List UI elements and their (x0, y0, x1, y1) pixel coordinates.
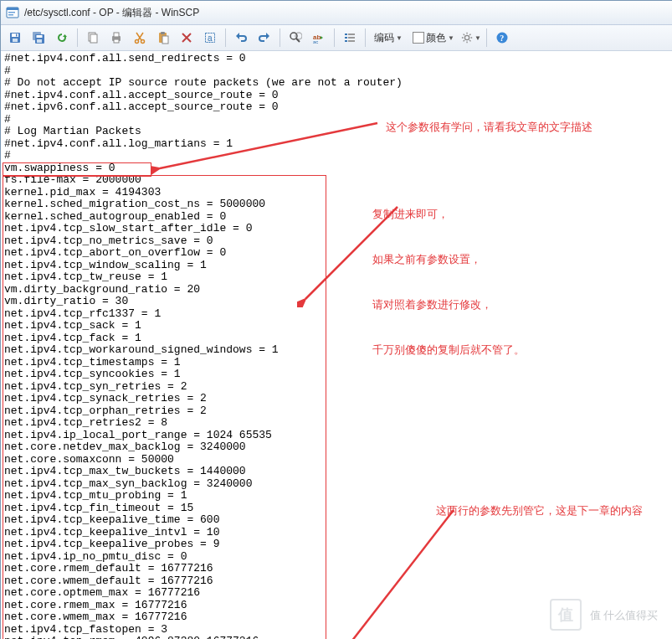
editor-line[interactable]: net.ipv4.ip_no_pmtu_disc = 0 (4, 551, 669, 564)
watermark-icon: 值 (550, 599, 582, 631)
undo-button[interactable] (230, 27, 252, 49)
save-button[interactable] (4, 27, 26, 49)
editor-line[interactable]: net.ipv4.tcp_mtu_probing = 1 (4, 490, 669, 502)
annotation-2-line: 千万别傻傻的复制后就不管了。 (372, 343, 525, 358)
chevron-down-icon: ▼ (396, 34, 403, 42)
editor-line[interactable]: net.ipv4.tcp_workaround_signed_windows =… (4, 344, 669, 357)
annotation-2: 复制进来即可， 如果之前有参数设置， 请对照着参数进行修改， 千万别傻傻的复制后… (372, 177, 525, 388)
editor-line[interactable]: net.ipv4.tcp_keepalive_probes = 9 (4, 539, 669, 551)
editor-line[interactable]: kernel.pid_max = 4194303 (4, 187, 669, 199)
encoding-label: 编码 (374, 31, 394, 45)
select-all-button[interactable]: a (199, 27, 221, 49)
editor-line[interactable]: net.ipv4.tcp_syncookies = 1 (4, 368, 669, 381)
editor-line[interactable]: #net.ipv4.conf.all.accept_source_route =… (4, 90, 669, 102)
editor-line[interactable]: net.ipv4.tcp_keepalive_intvl = 10 (4, 527, 669, 539)
svg-rect-32 (348, 37, 355, 39)
color-menu[interactable]: 颜色▼ (408, 27, 459, 49)
svg-point-25 (295, 33, 302, 39)
editor-line[interactable]: kernel.sched_migration_cost_ns = 5000000 (4, 198, 669, 211)
editor-content[interactable]: #net.ipv4.conf.all.send_redirects = 0## … (4, 53, 669, 639)
watermark: 值 值 什么值得买 (550, 599, 658, 631)
svg-text:?: ? (500, 33, 504, 43)
editor-line[interactable]: net.ipv4.tcp_max_tw_buckets = 1440000 (4, 466, 669, 478)
editor-line[interactable]: net.ipv4.tcp_abort_on_overflow = 0 (4, 247, 669, 260)
editor-line[interactable]: net.core.netdev_max_backlog = 3240000 (4, 441, 669, 454)
svg-text:ac: ac (313, 39, 318, 44)
text-editor[interactable]: #net.ipv4.conf.all.send_redirects = 0## … (1, 51, 672, 639)
goto-button[interactable] (339, 27, 361, 49)
editor-line[interactable]: net.ipv4.tcp_syn_retries = 2 (4, 381, 669, 394)
color-checkbox[interactable] (413, 32, 424, 44)
paste-button[interactable] (152, 27, 174, 49)
editor-line[interactable]: net.ipv4.tcp_slow_start_after_idle = 0 (4, 223, 669, 235)
cut-button[interactable] (129, 27, 151, 49)
color-label: 颜色 (426, 31, 446, 45)
editor-line[interactable]: # Do not accept IP source route packets … (4, 77, 669, 90)
help-button[interactable]: ? (491, 27, 513, 49)
svg-point-17 (136, 40, 139, 44)
svg-rect-21 (162, 36, 168, 44)
print-button[interactable] (105, 27, 127, 49)
svg-text:a: a (208, 33, 213, 43)
svg-point-18 (141, 40, 145, 44)
copy-button[interactable] (82, 27, 104, 49)
editor-line[interactable]: net.ipv4.tcp_no_metrics_save = 0 (4, 235, 669, 248)
encoding-menu[interactable]: 编码▼ (370, 27, 407, 49)
delete-button[interactable] (176, 27, 197, 49)
toolbar-separator (77, 28, 78, 47)
editor-line[interactable]: net.core.wmem_default = 16777216 (4, 575, 669, 588)
editor-line[interactable]: net.ipv4.tcp_timestamps = 1 (4, 357, 669, 369)
svg-rect-30 (345, 40, 347, 42)
editor-line[interactable]: net.ipv4.tcp_sack = 1 (4, 320, 669, 332)
editor-line[interactable]: #net.ipv6.conf.all.accept_source_route =… (4, 101, 669, 114)
svg-rect-3 (8, 14, 13, 16)
editor-line[interactable]: net.ipv4.ip_local_port_range = 1024 6553… (4, 430, 669, 442)
redo-button[interactable] (254, 27, 275, 49)
editor-line[interactable]: fs.file-max = 2000000 (4, 174, 669, 187)
title-bar[interactable]: /etc/sysctl.conf - OP - 编辑器 - WinSCP (1, 1, 672, 25)
editor-line[interactable]: net.core.optmem_max = 16777216 (4, 587, 669, 600)
editor-line[interactable]: net.ipv4.tcp_fack = 1 (4, 332, 669, 345)
editor-line[interactable]: #net.ipv4.conf.all.log_martians = 1 (4, 138, 669, 151)
editor-line[interactable]: net.ipv4.tcp_orphan_retries = 2 (4, 405, 669, 418)
annotation-1: 这个参数很有学问，请看我文章的文字描述 (386, 120, 592, 135)
editor-line[interactable]: vm.dirty_background_ratio = 20 (4, 284, 669, 296)
svg-rect-10 (37, 35, 43, 38)
svg-rect-33 (348, 40, 355, 42)
toolbar-separator (486, 28, 487, 47)
editor-line[interactable]: # (4, 150, 669, 162)
editor-line[interactable]: net.ipv4.tcp_retries2 = 8 (4, 417, 669, 430)
editor-line[interactable]: vm.dirty_ratio = 30 (4, 296, 669, 308)
editor-line[interactable]: net.core.rmem_default = 16777216 (4, 563, 669, 575)
settings-button[interactable]: ▼ (460, 27, 482, 49)
replace-button[interactable]: abac (308, 27, 330, 49)
reload-button[interactable] (51, 27, 73, 49)
annotation-2-line: 请对照着参数进行修改， (372, 297, 525, 312)
editor-line[interactable]: net.ipv4.tcp_window_scaling = 1 (4, 260, 669, 272)
svg-rect-20 (161, 32, 165, 34)
svg-rect-16 (114, 39, 119, 43)
editor-line[interactable]: net.ipv4.tcp_tw_reuse = 1 (4, 271, 669, 284)
toolbar-separator (334, 28, 335, 47)
annotation-2-line: 如果之前有参数设置， (372, 252, 525, 267)
toolbar: a abac 编码▼ 颜色▼ ▼ ? (1, 25, 672, 51)
app-window: /etc/sysctl.conf - OP - 编辑器 - WinSCP a a… (0, 0, 672, 639)
find-button[interactable] (285, 27, 306, 49)
svg-rect-2 (8, 12, 15, 13)
editor-line[interactable]: net.ipv4.tcp_rmem = 4096 87380 16777216 (4, 636, 669, 639)
editor-line[interactable]: net.ipv4.tcp_max_syn_backlog = 3240000 (4, 478, 669, 491)
editor-line[interactable]: net.ipv4.tcp_synack_retries = 2 (4, 393, 669, 405)
chevron-down-icon: ▼ (448, 34, 454, 42)
editor-line[interactable]: #net.ipv4.conf.all.send_redirects = 0 (4, 53, 669, 65)
svg-rect-1 (7, 8, 18, 10)
svg-rect-11 (37, 39, 42, 43)
watermark-text: 值 什么值得买 (590, 609, 658, 621)
editor-line[interactable]: kernel.sched_autogroup_enabled = 0 (4, 211, 669, 224)
editor-line[interactable]: vm.swappiness = 0 (4, 162, 669, 175)
editor-line[interactable]: net.ipv4.tcp_rfc1337 = 1 (4, 308, 669, 321)
annotation-3: 这两行的参数先别管它，这是下一章的内容 (436, 503, 643, 518)
svg-rect-28 (345, 33, 347, 35)
editor-line[interactable]: net.core.somaxconn = 50000 (4, 454, 669, 466)
save-all-button[interactable] (28, 27, 49, 49)
editor-line[interactable]: # (4, 65, 669, 78)
